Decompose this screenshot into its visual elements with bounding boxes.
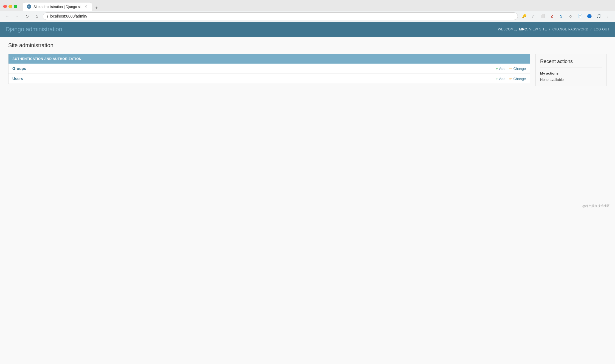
groups-change-label: Change: [513, 67, 526, 71]
recent-actions-title: Recent actions: [540, 59, 602, 67]
auth-module: Authentication and Authorization Groups …: [8, 54, 530, 84]
site-title: Django administration: [5, 26, 62, 33]
address-bar[interactable]: ℹ localhost:8000/admin/: [43, 12, 518, 20]
groups-change-link[interactable]: ✏ Change: [509, 67, 526, 71]
django-admin-header: Django administration WELCOME, MRC. VIEW…: [0, 22, 615, 37]
refresh-button[interactable]: ↻: [23, 12, 31, 20]
footer-credit: @稀土掘金技术社区: [0, 201, 615, 211]
url-text: localhost:8000/admin/: [50, 14, 87, 18]
toolbar-icons: 🔑 ☆ ⬜ Z S ☺ 📄 🔵 🎵 ⋮: [520, 12, 612, 20]
my-actions-title: My actions: [540, 71, 602, 75]
maximize-window-button[interactable]: [14, 5, 17, 8]
groups-row: Groups + Add ✏ Change: [9, 64, 530, 74]
back-button[interactable]: ←: [3, 12, 11, 20]
security-icon: ℹ: [47, 14, 48, 18]
tabs-bar: D Site administration | Django sit ✕ +: [23, 2, 101, 11]
page-title: Site administration: [8, 42, 607, 49]
auth-module-header: Authentication and Authorization: [9, 54, 530, 64]
users-add-link[interactable]: + Add: [496, 77, 506, 81]
logout-link[interactable]: LOG OUT: [594, 27, 610, 31]
new-tab-button[interactable]: +: [92, 5, 101, 11]
groups-actions: + Add ✏ Change: [496, 67, 526, 71]
star-icon[interactable]: ☆: [529, 12, 537, 20]
users-add-label: Add: [499, 77, 505, 81]
users-change-label: Change: [513, 77, 526, 81]
welcome-text: WELCOME,: [498, 27, 517, 31]
browser-toolbar: ← → ↻ ⌂ ℹ localhost:8000/admin/ 🔑 ☆ ⬜ Z …: [0, 11, 615, 22]
credit-text: @稀土掘金技术社区: [582, 204, 610, 207]
users-link[interactable]: Users: [12, 76, 496, 81]
tab-title: Site administration | Django sit: [33, 5, 81, 9]
tab-favicon: D: [27, 4, 31, 9]
extension-icon-3[interactable]: S: [557, 12, 565, 20]
close-window-button[interactable]: [3, 5, 7, 8]
pencil-icon: ✏: [509, 67, 512, 71]
extension-icon-6[interactable]: 🔵: [585, 12, 593, 20]
separator-2: /: [591, 27, 592, 31]
view-site-link[interactable]: VIEW SITE: [529, 27, 547, 31]
separator-1: /: [549, 27, 550, 31]
key-icon[interactable]: 🔑: [520, 12, 528, 20]
page-content: Site administration Authentication and A…: [0, 37, 615, 201]
home-button[interactable]: ⌂: [33, 12, 41, 20]
add-icon-2: +: [496, 77, 498, 81]
extension-icon-5[interactable]: 📄: [576, 12, 584, 20]
users-actions: + Add ✏ Change: [496, 77, 526, 81]
left-panel: Authentication and Authorization Groups …: [8, 54, 530, 84]
right-panel: Recent actions My actions None available: [535, 54, 607, 86]
groups-add-link[interactable]: + Add: [496, 67, 506, 71]
main-layout: Authentication and Authorization Groups …: [8, 54, 607, 86]
pencil-icon-2: ✏: [509, 77, 512, 81]
add-icon: +: [496, 67, 498, 71]
active-tab[interactable]: D Site administration | Django sit ✕: [23, 2, 92, 11]
extension-icon-4[interactable]: ☺: [567, 12, 574, 20]
browser-chrome: D Site administration | Django sit ✕ + ←…: [0, 0, 615, 22]
tab-close-button[interactable]: ✕: [84, 4, 88, 9]
traffic-lights: [3, 5, 17, 8]
extension-icon-7[interactable]: 🎵: [595, 12, 602, 20]
extension-icon-1[interactable]: ⬜: [539, 12, 546, 20]
menu-button[interactable]: ⋮: [604, 12, 612, 20]
users-row: Users + Add ✏ Change: [9, 74, 530, 84]
minimize-window-button[interactable]: [9, 5, 12, 8]
groups-link[interactable]: Groups: [12, 66, 496, 71]
change-password-link[interactable]: CHANGE PASSWORD: [552, 27, 588, 31]
groups-add-label: Add: [499, 67, 505, 71]
header-nav: WELCOME, MRC. VIEW SITE / CHANGE PASSWOR…: [497, 27, 610, 31]
extension-icon-2[interactable]: Z: [548, 12, 556, 20]
username: MRC: [519, 27, 527, 31]
forward-button[interactable]: →: [13, 12, 21, 20]
browser-titlebar: D Site administration | Django sit ✕ +: [0, 0, 615, 11]
users-change-link[interactable]: ✏ Change: [509, 77, 526, 81]
none-available-text: None available: [540, 78, 602, 82]
recent-actions-box: Recent actions My actions None available: [535, 54, 607, 86]
